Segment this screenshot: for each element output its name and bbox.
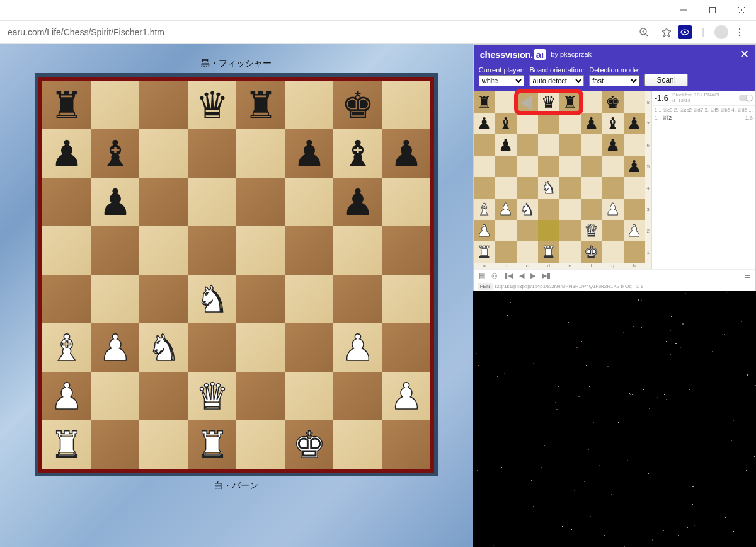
fen-row[interactable]: FENr2qr1k1/pb3pbp/1p4p1/8/3N4/BPN3P1/P4Q… (474, 282, 755, 291)
square-c3[interactable]: ♞ (517, 199, 538, 220)
square-c1[interactable] (517, 241, 538, 263)
first-icon[interactable]: ▮◀ (504, 272, 513, 280)
eval-score: -1.6 (655, 93, 668, 103)
square-b4[interactable] (495, 177, 517, 199)
square-c6[interactable] (517, 134, 538, 156)
square-b1[interactable] (495, 241, 517, 263)
square-e5[interactable] (559, 156, 581, 177)
square-f4[interactable] (581, 177, 602, 199)
square-c2[interactable] (517, 220, 538, 241)
square-g6[interactable]: ♟ (602, 134, 624, 156)
square-c4[interactable] (517, 177, 538, 199)
square-b5[interactable] (495, 156, 517, 177)
mode-select[interactable]: fast (589, 75, 639, 86)
square-h4[interactable] (624, 177, 645, 199)
move-arrow (520, 95, 532, 110)
square-g5[interactable] (602, 156, 624, 177)
black-b: ♝ (341, 135, 374, 172)
prev-icon[interactable]: ◀ (519, 272, 524, 280)
square-h6[interactable] (624, 134, 645, 156)
square-h2[interactable]: ♟ (624, 220, 645, 241)
square-b7[interactable]: ♝ (495, 113, 517, 134)
square-a7[interactable]: ♟ (474, 113, 495, 134)
panel-close-icon[interactable]: ✕ (740, 47, 749, 61)
next-icon[interactable]: ▶ (530, 272, 536, 280)
square-b6[interactable]: ♟ (495, 134, 517, 156)
square-d5[interactable] (538, 156, 559, 177)
square-b3[interactable]: ♟ (495, 199, 517, 220)
square-e5 (236, 226, 285, 275)
square-d2[interactable] (538, 220, 559, 241)
square-h5[interactable]: ♟ (624, 156, 645, 177)
square-f5[interactable] (581, 156, 602, 177)
square-h7[interactable]: ♟ (624, 113, 645, 134)
square-f8[interactable] (581, 91, 602, 113)
square-g3[interactable]: ♟ (602, 199, 624, 220)
close-button[interactable] (727, 0, 756, 20)
square-a1[interactable]: ♜ (474, 241, 495, 263)
square-d8[interactable]: ♛ (538, 91, 559, 113)
orient-select[interactable]: auto detect (529, 75, 584, 86)
square-e1[interactable] (559, 241, 581, 263)
menu-lines-icon[interactable]: ☰ (744, 272, 750, 280)
square-b8[interactable] (495, 91, 517, 113)
mini-chessboard[interactable]: ♜♛♜♚8♟♝♟♝♟7♟♟6♟5♞4♝♟♞♟3♟♛♟2♜♜♚1 (474, 91, 651, 263)
square-a6[interactable] (474, 134, 495, 156)
square-h3[interactable] (624, 199, 645, 220)
black-k: ♚ (341, 87, 374, 124)
profile-avatar[interactable] (714, 25, 728, 39)
zoom-icon[interactable] (638, 26, 650, 38)
square-f6[interactable] (581, 134, 602, 156)
square-d1[interactable]: ♜ (538, 241, 559, 263)
square-b2[interactable] (495, 220, 517, 241)
book-icon[interactable]: ▤ (479, 272, 485, 280)
square-f2[interactable]: ♛ (581, 220, 602, 241)
move-row[interactable]: 1♕f2-1.6 (652, 114, 755, 122)
square-h8[interactable] (624, 91, 645, 113)
square-a8[interactable]: ♜ (474, 91, 495, 113)
square-d7[interactable] (538, 113, 559, 134)
square-c5[interactable] (517, 156, 538, 177)
square-f7[interactable]: ♟ (581, 113, 602, 134)
square-a5 (42, 226, 91, 275)
square-a3[interactable]: ♝ (474, 199, 495, 220)
brand-name: chessvısıon. (480, 49, 533, 60)
square-e2[interactable] (559, 220, 581, 241)
last-icon[interactable]: ▶▮ (542, 272, 551, 280)
square-f3[interactable] (581, 199, 602, 220)
square-e4[interactable] (559, 177, 581, 199)
brand-suffix: aı (534, 49, 546, 60)
scan-button[interactable]: Scan! (644, 74, 688, 86)
target-icon[interactable]: ◎ (491, 272, 498, 280)
square-e8[interactable]: ♜ (559, 91, 581, 113)
square-g1[interactable] (602, 241, 624, 263)
square-g7[interactable]: ♝ (602, 113, 624, 134)
square-d3[interactable] (538, 199, 559, 220)
menu-icon[interactable] (733, 26, 746, 38)
square-f1[interactable]: ♚ (581, 241, 602, 263)
engine-toggle[interactable] (739, 95, 753, 101)
square-g4[interactable] (602, 177, 624, 199)
square-d4[interactable]: ♞ (538, 177, 559, 199)
player-select[interactable]: white (479, 75, 525, 86)
square-a4[interactable] (474, 177, 495, 199)
square-a2[interactable]: ♟ (474, 220, 495, 241)
square-h1[interactable] (624, 241, 645, 263)
square-c7[interactable] (517, 113, 538, 134)
svg-point-12 (739, 35, 740, 36)
minimize-button[interactable] (669, 0, 698, 20)
square-g8[interactable]: ♚ (602, 91, 624, 113)
square-e3[interactable] (559, 199, 581, 220)
white-q: ♛ (196, 378, 229, 415)
square-e7[interactable] (559, 113, 581, 134)
square-a5[interactable] (474, 156, 495, 177)
black-b: ♝ (605, 115, 620, 132)
square-g2[interactable] (602, 220, 624, 241)
maximize-button[interactable] (698, 0, 727, 20)
url-text[interactable]: earu.com/Life/Chess/Spirit/Fischer1.htm (5, 27, 633, 37)
square-a4 (42, 275, 91, 323)
extension-badge[interactable] (678, 25, 692, 39)
star-icon[interactable] (660, 26, 673, 38)
square-d6[interactable] (538, 134, 559, 156)
square-e6[interactable] (559, 134, 581, 156)
